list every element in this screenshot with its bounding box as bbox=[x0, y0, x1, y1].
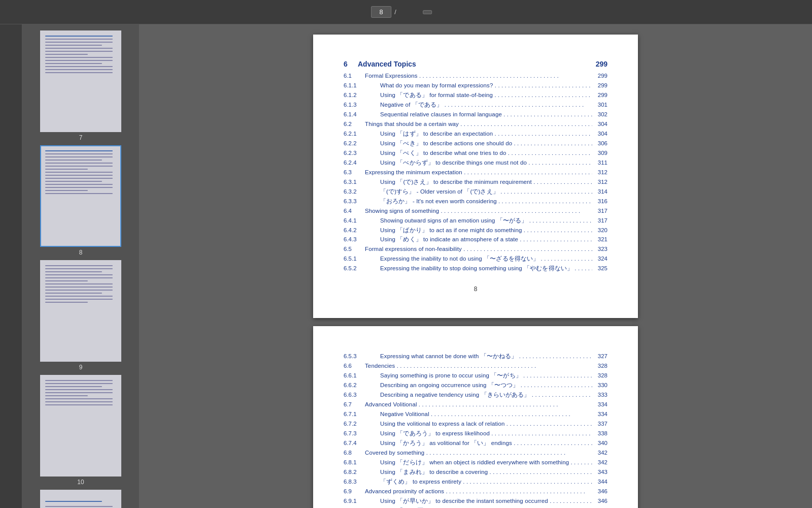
toc-entry-text: Using 「まみれ」 to describe a covering . . .… bbox=[380, 467, 592, 477]
toc-entry: 6.6.1Saying something is prone to occur … bbox=[344, 371, 607, 380]
section6-page: 299 bbox=[596, 60, 607, 68]
toc-entry: 6.3Expressing the minimum expectation . … bbox=[344, 168, 607, 177]
toc-entry-page: 299 bbox=[592, 81, 607, 90]
toc-entry-number: 6.3.3 bbox=[344, 197, 380, 206]
toc-entry-page: 304 bbox=[592, 119, 607, 129]
toc-entry-number: 6.9.1 bbox=[344, 496, 380, 506]
toc-entry-number: 6.1.3 bbox=[344, 100, 380, 110]
toc-entry-page: 342 bbox=[592, 448, 607, 458]
zoom-out-button[interactable] bbox=[414, 11, 420, 13]
toc-entry-number: 6.6.2 bbox=[344, 380, 380, 390]
thumbnail-page-7[interactable]: 7 bbox=[26, 30, 135, 141]
toc-entry-number: 6.2.2 bbox=[344, 139, 380, 148]
toc-entry-text: Using 「であろう」 to express likelihood . . .… bbox=[380, 429, 592, 438]
toc-entries-page9: 6.5.3Expressing what cannot be done with… bbox=[344, 352, 607, 508]
icon-bar bbox=[0, 24, 22, 508]
toc-entry-page: 346 bbox=[592, 496, 607, 506]
toc-entry-text: Using 「べからず」 to describe things one must… bbox=[380, 158, 592, 168]
toc-entry: 6.8.2Using 「まみれ」 to describe a covering … bbox=[344, 467, 607, 477]
section6-title: Advanced Topics bbox=[358, 60, 596, 68]
toc-entry: 6.9.1Using 「が早いか」 to describe the instan… bbox=[344, 496, 607, 506]
print-icon[interactable] bbox=[794, 10, 798, 14]
fit-page-icon[interactable] bbox=[735, 10, 739, 14]
toc-entry: 6.2Things that should be a certain way .… bbox=[344, 119, 607, 129]
toc-entry-page: 340 bbox=[592, 438, 607, 448]
toc-entry: 6.6Tendencies . . . . . . . . . . . . . … bbox=[344, 361, 607, 371]
toc-entry-text: Using the volitional to express a lack o… bbox=[380, 419, 592, 429]
toc-entry: 6.7.2Using the volitional to express a l… bbox=[344, 419, 607, 429]
search-icon[interactable] bbox=[8, 51, 14, 57]
toc-entry-number: 6.8.2 bbox=[344, 467, 380, 477]
toc-entry-page: 320 bbox=[592, 226, 607, 235]
toc-entry-page: 316 bbox=[592, 197, 607, 206]
sidebar-toggle-icon[interactable] bbox=[8, 30, 14, 37]
toc-entry-text: 「(で)すら」 - Older version of 「(で)さえ」 . . .… bbox=[380, 187, 592, 197]
toc-entries-page8: 6.1Formal Expressions . . . . . . . . . … bbox=[344, 71, 607, 273]
toc-entry: 6.1Formal Expressions . . . . . . . . . … bbox=[344, 71, 607, 81]
page-separator: / bbox=[394, 8, 396, 16]
toc-entry-number: 6.3 bbox=[344, 168, 365, 177]
toc-entry: 6.5.2Expressing the inability to stop do… bbox=[344, 264, 607, 273]
toc-entry-text: What do you mean by formal expressions? … bbox=[380, 81, 592, 90]
toc-entry-page: 342 bbox=[592, 458, 607, 467]
toc-entry: 6.1.1What do you mean by formal expressi… bbox=[344, 81, 607, 90]
toc-entry-number: 6.5.1 bbox=[344, 254, 380, 264]
toc-entry-text: Showing signs of something . . . . . . .… bbox=[365, 206, 592, 216]
toc-entry: 6.4Showing signs of something . . . . . … bbox=[344, 206, 607, 216]
toc-entry-text: Expressing the inability to not do using… bbox=[380, 254, 592, 264]
toc-entry-number: 6.5.2 bbox=[344, 264, 380, 273]
toc-entry-number: 6.8.1 bbox=[344, 458, 380, 467]
download-icon[interactable] bbox=[786, 10, 790, 14]
toc-entry: 6.8Covered by something . . . . . . . . … bbox=[344, 448, 607, 458]
toc-entry-number: 6.5.3 bbox=[344, 352, 380, 361]
toc-entry-number: 6.4.2 bbox=[344, 226, 380, 235]
toc-entry-text: Sequential relative clauses in formal la… bbox=[380, 110, 592, 119]
toc-entry: 6.5Formal expressions of non-feasibility… bbox=[344, 244, 607, 254]
page-number-input[interactable] bbox=[371, 6, 391, 18]
thumbnail-view-icon[interactable] bbox=[8, 41, 14, 47]
toc-entry: 6.3.3「おろか」 - It's not even worth conside… bbox=[344, 197, 607, 206]
toc-entry-page: 337 bbox=[592, 419, 607, 429]
toc-entry-number: 6.2 bbox=[344, 119, 365, 129]
thumbnail-page-11[interactable]: 11 bbox=[26, 490, 135, 508]
toc-entry: 6.7.1Negative Volitional . . . . . . . .… bbox=[344, 409, 607, 419]
toc-entry-text: Expressing the inability to stop doing s… bbox=[380, 264, 592, 273]
toc-entry-number: 6.4.1 bbox=[344, 216, 380, 226]
zoom-in-button[interactable] bbox=[435, 11, 441, 13]
toc-entry-page: 317 bbox=[592, 206, 607, 216]
toc-entry-number: 6.4 bbox=[344, 206, 365, 216]
toc-entry-number: 6.7.4 bbox=[344, 438, 380, 448]
toc-entry: 6.4.3Using 「めく」 to indicate an atmospher… bbox=[344, 235, 607, 244]
toc-entry-number: 6.2.4 bbox=[344, 158, 380, 168]
thumbnail-page-10[interactable]: 10 bbox=[26, 375, 135, 486]
toc-entry-number: 6.4.3 bbox=[344, 235, 380, 244]
toc-entry-text: Saying something is prone to occur using… bbox=[380, 371, 592, 380]
toc-entry-number: 6.7.2 bbox=[344, 419, 380, 429]
toc-entry-page: 301 bbox=[592, 100, 607, 110]
menu-icon[interactable] bbox=[6, 10, 10, 14]
thumb-label-9: 9 bbox=[79, 364, 83, 371]
toc-entry-page: 302 bbox=[592, 110, 607, 119]
toc-entry-page: 311 bbox=[592, 158, 607, 168]
toc-entry-text: Using 「が早いか」 to describe the instant som… bbox=[380, 496, 592, 506]
more-options-icon[interactable] bbox=[802, 10, 806, 14]
thumb-img-7 bbox=[40, 30, 121, 132]
toc-entry-text: Expressing the minimum expectation . . .… bbox=[365, 168, 592, 177]
toc-entry-text: Using 「だらけ」 when an object is riddled ev… bbox=[380, 458, 592, 467]
toc-entry-number: 6.1.2 bbox=[344, 90, 380, 100]
toc-entry: 6.7Advanced Volitional . . . . . . . . .… bbox=[344, 400, 607, 409]
toc-entry-text: Tendencies . . . . . . . . . . . . . . .… bbox=[365, 361, 592, 371]
toc-entry-text: Formal Expressions . . . . . . . . . . .… bbox=[365, 71, 592, 81]
toc-entry-page: 299 bbox=[592, 90, 607, 100]
thumbnail-page-8[interactable]: 8 bbox=[26, 145, 135, 256]
history-icon[interactable] bbox=[743, 10, 747, 14]
toc-entry: 6.2.1Using 「はず」 to describe an expectati… bbox=[344, 129, 607, 139]
toc-entry: 6.6.3Describing a negative tendency usin… bbox=[344, 390, 607, 400]
page-8: 6 Advanced Topics 299 6.1Formal Expressi… bbox=[313, 35, 638, 318]
toc-entry-page: 306 bbox=[592, 139, 607, 148]
toc-entry-page: 346 bbox=[592, 487, 607, 496]
toc-entry: 6.4.1Showing outward signs of an emotion… bbox=[344, 216, 607, 226]
thumbnail-page-9[interactable]: 9 bbox=[26, 260, 135, 371]
toc-entry-page: 317 bbox=[592, 216, 607, 226]
toc-entry-text: 「おろか」 - It's not even worth considering … bbox=[380, 197, 592, 206]
